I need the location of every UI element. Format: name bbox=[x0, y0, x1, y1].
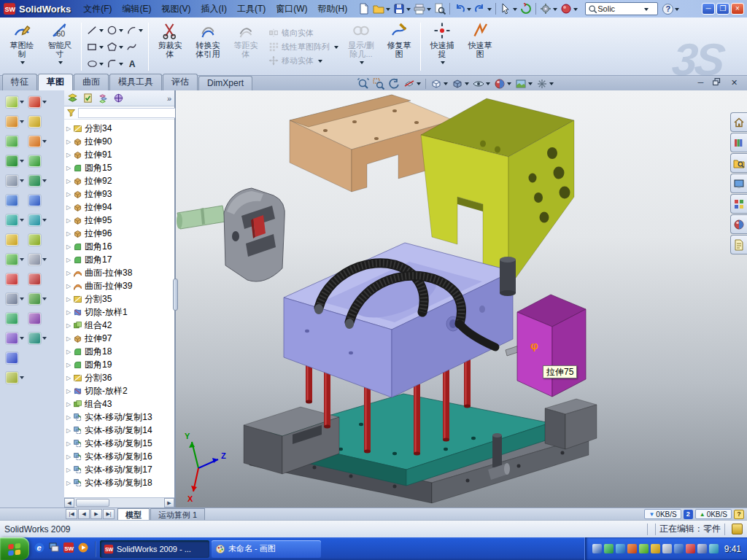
spline-flyout-icon[interactable] bbox=[6, 372, 18, 384]
trim-entities-button[interactable]: 剪裁实体 bbox=[151, 20, 189, 74]
graphics-viewport[interactable]: φ Y Z X 拉伸75 bbox=[176, 90, 747, 508]
ellipse-tool[interactable] bbox=[85, 55, 105, 72]
doc-minimize-button[interactable]: ─ bbox=[695, 77, 706, 88]
expander-icon[interactable]: ▷ bbox=[66, 454, 73, 460]
menu-tools[interactable]: 工具(T) bbox=[232, 1, 271, 18]
line-tool[interactable] bbox=[85, 22, 105, 39]
dropdown-arrow-icon[interactable] bbox=[119, 29, 123, 34]
scroll-right-button[interactable]: ▶ bbox=[164, 498, 174, 508]
extrude-tool-icon[interactable] bbox=[6, 136, 18, 147]
ime-icon[interactable] bbox=[697, 544, 707, 553]
view-palette-icon[interactable] bbox=[730, 194, 747, 214]
tree-item-20[interactable]: ▷分割36 bbox=[64, 371, 174, 384]
quick-tips-icon[interactable]: ? bbox=[734, 510, 744, 519]
tree-item-12[interactable]: ▷曲面-拉伸38 bbox=[64, 266, 174, 279]
print-preview-icon[interactable] bbox=[433, 1, 447, 16]
help-dropdown-icon[interactable] bbox=[675, 8, 679, 13]
dropdown-arrow-icon[interactable] bbox=[444, 82, 448, 88]
dropdown-arrow-icon[interactable] bbox=[507, 82, 511, 88]
tree-item-17[interactable]: ▷拉伸97 bbox=[64, 332, 174, 345]
feature-manager-tab[interactable] bbox=[67, 93, 78, 104]
draft-tool-icon[interactable] bbox=[6, 273, 18, 285]
menu-view[interactable]: 视图(V) bbox=[157, 1, 196, 18]
app-minimize-button[interactable]: ─ bbox=[702, 3, 715, 15]
search-box[interactable] bbox=[585, 2, 658, 15]
tree-item-8[interactable]: ▷拉伸95 bbox=[64, 214, 174, 227]
redo-icon[interactable] bbox=[473, 1, 493, 16]
expander-icon[interactable]: ▷ bbox=[66, 388, 73, 394]
expander-icon[interactable]: ▷ bbox=[66, 217, 73, 224]
reference-geometry-icon[interactable] bbox=[6, 195, 18, 206]
save-icon[interactable] bbox=[392, 1, 412, 16]
doc-restore-button[interactable] bbox=[712, 77, 723, 88]
menu-file[interactable]: 文件(F) bbox=[78, 1, 117, 18]
rectangle-tool[interactable] bbox=[85, 39, 105, 55]
display-delete-relations-button[interactable]: 显示/删除几... bbox=[342, 20, 380, 74]
expander-icon[interactable]: ▷ bbox=[66, 257, 73, 263]
spline-tool[interactable] bbox=[125, 39, 144, 55]
mirror-entities-button[interactable]: 镜向实体 bbox=[268, 28, 338, 39]
revolve-tool-icon[interactable] bbox=[6, 155, 18, 167]
dropdown-arrow-icon[interactable] bbox=[549, 82, 554, 88]
repair-sketch-button[interactable]: 修复草图 bbox=[380, 20, 418, 74]
go-prev-button[interactable]: ◀ bbox=[78, 509, 90, 519]
mirror-tool-icon[interactable] bbox=[6, 293, 18, 305]
doc-close-button[interactable]: ✕ bbox=[729, 77, 740, 88]
rebuild-icon[interactable] bbox=[519, 1, 533, 16]
dropdown-arrow-icon[interactable] bbox=[465, 82, 469, 88]
solidworks-launcher-icon[interactable]: SW bbox=[63, 542, 74, 556]
tree-item-22[interactable]: ▷组合43 bbox=[64, 397, 174, 411]
move-copy-tool-icon[interactable] bbox=[28, 332, 41, 344]
solidworks-resources-icon[interactable] bbox=[730, 112, 747, 132]
view-settings-icon[interactable] bbox=[535, 77, 555, 90]
print-icon[interactable] bbox=[412, 1, 433, 16]
view-orientation-icon[interactable] bbox=[429, 77, 449, 90]
coordinate-tool-icon[interactable] bbox=[28, 254, 41, 265]
3d-scene[interactable]: φ Y Z X bbox=[176, 90, 747, 508]
expander-icon[interactable]: ▷ bbox=[66, 204, 73, 211]
dome-tool-icon[interactable] bbox=[6, 352, 18, 364]
scroll-left-button[interactable]: ◀ bbox=[64, 498, 74, 508]
dropdown-arrow-icon[interactable] bbox=[139, 29, 143, 34]
expander-icon[interactable]: ▷ bbox=[66, 480, 73, 486]
tree-item-21[interactable]: ▷切除-放样2 bbox=[64, 384, 174, 397]
search-results-icon[interactable] bbox=[730, 174, 747, 193]
search-input[interactable] bbox=[597, 4, 643, 13]
circle-tool[interactable] bbox=[105, 22, 125, 39]
edit-color-icon[interactable] bbox=[559, 1, 579, 16]
arc-tool[interactable] bbox=[125, 22, 144, 39]
expander-icon[interactable]: ▷ bbox=[66, 375, 73, 381]
start-button[interactable] bbox=[0, 537, 29, 560]
tree-item-9[interactable]: ▷拉伸96 bbox=[64, 227, 174, 240]
splitter-handle[interactable] bbox=[173, 279, 178, 311]
tree-item-11[interactable]: ▷圆角17 bbox=[64, 253, 174, 266]
axis-tool-icon[interactable] bbox=[28, 214, 41, 226]
show-desktop-icon[interactable] bbox=[48, 542, 60, 556]
file-explorer-icon[interactable] bbox=[730, 153, 747, 173]
dropdown-arrow-icon[interactable] bbox=[487, 8, 492, 13]
smart-dimension-button[interactable]: 60智能尺寸 bbox=[41, 20, 79, 74]
new-document-icon[interactable] bbox=[357, 1, 371, 16]
graphics-utility-icon[interactable] bbox=[604, 544, 614, 553]
expander-icon[interactable]: ▷ bbox=[66, 230, 73, 237]
quick-tip-icon[interactable] bbox=[732, 524, 743, 534]
expander-icon[interactable]: ▷ bbox=[66, 178, 73, 184]
combine-tool-icon[interactable] bbox=[28, 293, 41, 305]
rapid-sketch-button[interactable]: 快速草图 bbox=[461, 20, 499, 74]
rib-tool-icon[interactable] bbox=[6, 313, 18, 324]
taskbar-button-paint[interactable]: 未命名 - 画图 bbox=[212, 540, 321, 558]
expander-icon[interactable]: ▷ bbox=[66, 427, 73, 434]
sketch-button[interactable]: 草图绘制 bbox=[3, 20, 41, 74]
offset-entities-button[interactable]: 等距实体 bbox=[227, 20, 265, 74]
tab-sketch[interactable]: 草图 bbox=[38, 74, 73, 90]
tab-features[interactable]: 特征 bbox=[2, 74, 37, 90]
expander-icon[interactable]: ▷ bbox=[66, 125, 73, 132]
dropdown-arrow-icon[interactable] bbox=[406, 8, 411, 13]
internet-explorer-icon[interactable]: e bbox=[34, 542, 45, 556]
tree-item-5[interactable]: ▷拉伸92 bbox=[64, 174, 174, 187]
design-library-icon[interactable] bbox=[730, 133, 747, 152]
configuration-manager-tab[interactable] bbox=[98, 93, 109, 104]
taskbar-button-solidworks[interactable]: SW SolidWorks 2009 - ... bbox=[100, 540, 209, 558]
expander-icon[interactable]: ▷ bbox=[66, 362, 73, 368]
messenger-icon[interactable] bbox=[616, 544, 625, 553]
